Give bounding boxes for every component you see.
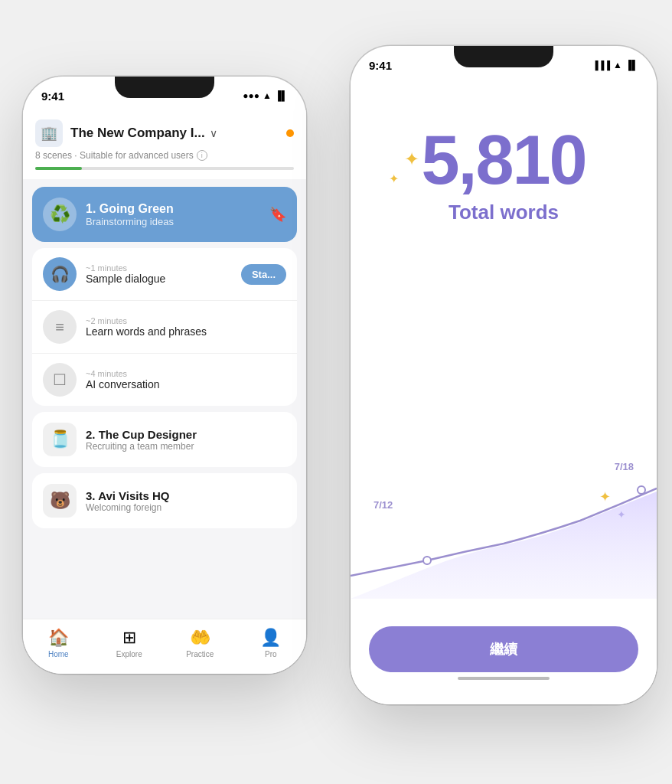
chart-label-712: 7/12 xyxy=(374,499,393,511)
course-title: The New Company I... xyxy=(70,126,205,141)
scene-1-card[interactable]: ♻️ 1. Going Green Brainstorming ideas 🔖 xyxy=(32,187,297,242)
sub-item-ai[interactable]: ☐ ~4 minutes AI conversation xyxy=(32,354,297,406)
scene-3-icon: 🐻 xyxy=(43,484,77,518)
pro-icon: 👤 xyxy=(260,628,281,648)
right-wifi-icon: ▲ xyxy=(613,60,622,70)
continue-button[interactable]: 繼續 xyxy=(369,626,638,672)
scene-2-icon: 🫙 xyxy=(43,423,77,456)
scene-1-subtitle: Brainstorming ideas xyxy=(86,216,260,227)
scene-3-card[interactable]: 🐻 3. Avi Visits HQ Welcoming foreign xyxy=(32,473,297,528)
nav-pro-label: Pro xyxy=(265,650,277,658)
sub-duration-2: ~2 minutes xyxy=(86,316,286,325)
home-icon: 🏠 xyxy=(48,628,69,648)
start-button[interactable]: Sta... xyxy=(241,264,286,285)
progress-fill xyxy=(35,167,82,170)
explore-icon: ⊞ xyxy=(122,628,136,648)
notification-dot xyxy=(286,129,294,137)
header-section: 🏢 The New Company I... ∨ 8 scenes · Suit… xyxy=(23,110,306,179)
left-time: 9:41 xyxy=(41,90,64,103)
scene-1-icon: ♻️ xyxy=(43,198,77,231)
bottom-nav: 🏠 Home ⊞ Explore 🤲 Practice 👤 Pro xyxy=(23,619,306,674)
chart-label-718: 7/18 xyxy=(615,461,634,472)
left-phone: 9:41 ●●● ▲ ▐▌ 🏢 The New Company I... ∨ 8… xyxy=(23,77,306,674)
home-indicator xyxy=(458,677,550,680)
svg-point-1 xyxy=(638,486,645,494)
scene-2-subtitle: Recruiting a team member xyxy=(86,441,197,452)
wifi-icon: ▲ xyxy=(263,90,272,101)
scene-1-title: 1. Going Green xyxy=(86,202,260,216)
bookmark-icon[interactable]: 🔖 xyxy=(269,206,286,223)
course-header: 🏢 The New Company I... ∨ xyxy=(35,119,294,147)
scene-1-subitems: 🎧 ~1 minutes Sample dialogue Sta... ≡ ~2… xyxy=(32,248,297,406)
right-time: 9:41 xyxy=(369,59,392,72)
right-battery-icon: ▐▌ xyxy=(625,60,638,70)
nav-practice[interactable]: 🤲 Practice xyxy=(179,628,221,658)
left-status-icons: ●●● ▲ ▐▌ xyxy=(243,90,288,101)
course-title-row: The New Company I... ∨ xyxy=(70,126,279,141)
course-meta: 8 scenes · Suitable for advanced users i xyxy=(35,150,294,161)
sub-label-1: Sample dialogue xyxy=(86,273,232,285)
sub-item-ai-info: ~4 minutes AI conversation xyxy=(86,369,286,390)
progress-bar xyxy=(35,167,294,170)
right-phone: 9:41 ▐▐▐ ▲ ▐▌ ✦ ✦ ✦ ✦ 5,810 Total words xyxy=(351,46,657,704)
words-label: Total words xyxy=(449,201,559,224)
nav-pro[interactable]: 👤 Pro xyxy=(250,628,292,658)
nav-home-label: Home xyxy=(48,650,69,658)
headphones-icon: 🎧 xyxy=(43,257,77,291)
scene-2-card[interactable]: 🫙 2. The Cup Designer Recruiting a team … xyxy=(32,412,297,467)
sub-label-2: Learn words and phrases xyxy=(86,325,286,338)
chart-area: 7/12 7/18 xyxy=(351,446,657,614)
sub-item-words-info: ~2 minutes Learn words and phrases xyxy=(86,316,286,338)
right-status-icons: ▐▐▐ ▲ ▐▌ xyxy=(592,60,638,70)
scene-2-info: 2. The Cup Designer Recruiting a team me… xyxy=(86,428,197,452)
battery-icon: ▐▌ xyxy=(275,90,288,101)
sub-duration-1: ~1 minutes xyxy=(86,263,232,273)
scene-list: ♻️ 1. Going Green Brainstorming ideas 🔖 … xyxy=(23,179,306,536)
nav-home[interactable]: 🏠 Home xyxy=(38,628,80,658)
scene-3-subtitle: Welcoming foreign xyxy=(86,502,170,513)
words-main: 5,810 Total words xyxy=(351,80,657,430)
sub-item-dialogue-info: ~1 minutes Sample dialogue xyxy=(86,263,232,285)
sub-item-words[interactable]: ≡ ~2 minutes Learn words and phrases xyxy=(32,301,297,354)
right-signal-icon: ▐▐▐ xyxy=(592,60,610,70)
sub-duration-3: ~4 minutes xyxy=(86,369,286,378)
sparkle-icon-2: ✦ xyxy=(389,172,399,186)
practice-icon: 🤲 xyxy=(190,628,210,648)
svg-point-0 xyxy=(423,557,431,564)
continue-btn-area: 繼續 xyxy=(351,614,657,704)
sub-item-dialogue[interactable]: 🎧 ~1 minutes Sample dialogue Sta... xyxy=(32,248,297,301)
sub-label-3: AI conversation xyxy=(86,378,286,390)
words-count: 5,810 xyxy=(421,126,586,194)
nav-explore-label: Explore xyxy=(116,650,142,658)
list-icon: ≡ xyxy=(43,310,77,344)
scene-1-info: 1. Going Green Brainstorming ideas xyxy=(86,202,260,227)
nav-explore[interactable]: ⊞ Explore xyxy=(108,628,150,658)
scene-2-title: 2. The Cup Designer xyxy=(86,428,197,441)
words-chart xyxy=(351,446,657,599)
right-notch xyxy=(454,46,553,67)
right-content: ✦ ✦ ✦ ✦ 5,810 Total words xyxy=(351,80,657,704)
info-icon[interactable]: i xyxy=(197,150,207,161)
chat-icon: ☐ xyxy=(43,363,77,397)
sparkle-icon-1: ✦ xyxy=(404,149,419,170)
left-content: 🏢 The New Company I... ∨ 8 scenes · Suit… xyxy=(23,110,306,674)
scene-3-title: 3. Avi Visits HQ xyxy=(86,489,170,502)
scene-3-info: 3. Avi Visits HQ Welcoming foreign xyxy=(86,489,170,513)
chevron-down-icon[interactable]: ∨ xyxy=(210,127,217,139)
signal-icon: ●●● xyxy=(243,90,259,101)
left-notch xyxy=(115,77,214,98)
course-icon: 🏢 xyxy=(35,119,63,147)
nav-practice-label: Practice xyxy=(186,650,214,658)
